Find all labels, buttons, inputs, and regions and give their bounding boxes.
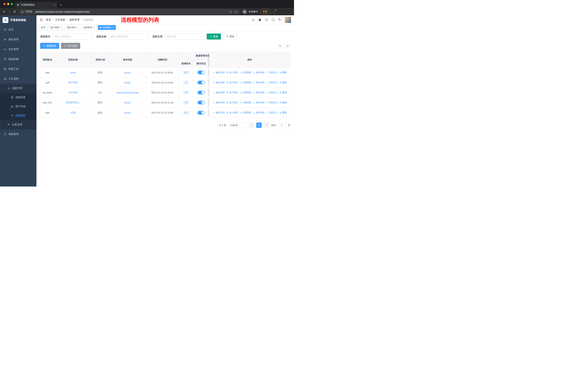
design-process-link[interactable]: 设计流程 — [226, 91, 238, 94]
process-definition-link[interactable]: 流程定义 — [266, 101, 278, 104]
assign-rule-link[interactable]: 分配规则 — [240, 111, 251, 114]
edit-process-link[interactable]: 修改流程 — [213, 81, 225, 84]
user-avatar[interactable] — [285, 17, 291, 23]
sidebar-item-process-management[interactable]: 流程管理 — [0, 84, 36, 93]
sidebar-item-user-group[interactable]: 用户分组 — [0, 102, 36, 111]
active-toggle[interactable] — [198, 101, 205, 104]
design-process-link[interactable]: 设计流程 — [226, 111, 238, 114]
edit-process-link[interactable]: 修改流程 — [213, 71, 225, 74]
process-definition-link[interactable]: 流程定义 — [266, 81, 278, 84]
tab-close-icon[interactable]: × — [54, 4, 55, 6]
prev-page-button[interactable]: ‹ — [249, 122, 254, 128]
process-name-link[interactable]: OA 请假 — [55, 88, 91, 98]
create-process-button[interactable]: 新建流程 — [40, 43, 59, 49]
tag-close-icon[interactable]: × — [93, 26, 94, 29]
page-number-button[interactable]: 1 — [256, 122, 262, 128]
browser-tab[interactable]: 芋道管理系统 × — [15, 2, 57, 8]
form-info-link[interactable]: /bpm/oa/leave/create — [110, 88, 146, 98]
delete-process-link[interactable]: 删除 — [279, 101, 287, 104]
process-name-input[interactable] — [108, 33, 148, 40]
process-definition-link[interactable]: 流程定义 — [266, 91, 278, 94]
active-toggle[interactable] — [198, 91, 205, 94]
process-key-input[interactable] — [52, 33, 92, 40]
forward-icon[interactable] — [8, 10, 11, 13]
sidebar-item-workflow[interactable]: 工作流程 — [0, 74, 36, 84]
update-button[interactable]: 更新 — [260, 9, 270, 14]
new-tab-button[interactable]: + — [60, 3, 62, 7]
process-name-link[interactable]: 测试多审批人 — [55, 98, 91, 108]
process-name-link[interactable]: 滔博 — [55, 108, 91, 118]
toggle-search-button[interactable] — [277, 43, 283, 49]
design-process-link[interactable]: 设计流程 — [226, 71, 238, 74]
breadcrumb-item-workflow[interactable]: 工作流程 — [51, 18, 65, 21]
sidebar-item-system-management[interactable]: 系统管理 — [0, 35, 36, 44]
process-definition-link[interactable]: 流程定义 — [266, 71, 278, 74]
breadcrumb-item-process-management[interactable]: 流程管理 — [65, 18, 79, 21]
tag-close-icon[interactable]: × — [60, 26, 62, 29]
breadcrumb-item-home[interactable]: 首页 — [46, 18, 51, 21]
publish-process-link[interactable]: 发布流程 — [253, 101, 265, 104]
design-process-link[interactable]: 设计流程 — [226, 81, 238, 84]
import-process-button[interactable]: 导入流程 — [61, 43, 80, 49]
form-info-link[interactable]: biubiu — [110, 68, 146, 78]
form-info-link[interactable]: biubiu — [110, 98, 146, 108]
password-key-icon[interactable] — [230, 10, 232, 13]
publish-process-link[interactable]: 发布流程 — [253, 91, 265, 94]
edit-process-link[interactable]: 修改流程 — [213, 91, 225, 94]
github-icon[interactable] — [258, 18, 262, 21]
browser-menu-icon[interactable]: ⋮ — [272, 10, 276, 13]
reload-icon[interactable] — [13, 10, 16, 13]
tag-close-icon[interactable]: × — [112, 26, 114, 29]
sidebar-item-home[interactable]: 首页 — [0, 25, 36, 35]
form-info-link[interactable]: biubiu — [110, 78, 146, 88]
publish-process-link[interactable]: 发布流程 — [253, 71, 265, 74]
sidebar-item-infrastructure[interactable]: 基础设施 — [0, 54, 36, 64]
process-name-link[interactable]: 自己审批 — [55, 78, 91, 88]
category-select[interactable]: 流程分类 — [164, 33, 205, 40]
delete-process-link[interactable]: 删除 — [279, 71, 287, 74]
sidebar-item-task-management[interactable]: 任务管理 — [0, 120, 36, 129]
page-size-select[interactable]: 10条/页 — [228, 122, 247, 128]
window-zoom-button[interactable] — [11, 3, 13, 5]
refresh-table-button[interactable] — [285, 43, 290, 49]
sidebar-item-leave-query[interactable]: 请假查询 — [0, 129, 36, 139]
reset-button[interactable]: 重置 — [223, 33, 237, 40]
assign-rule-link[interactable]: 分配规则 — [240, 91, 251, 94]
delete-process-link[interactable]: 删除 — [279, 91, 287, 94]
search-icon[interactable] — [252, 18, 255, 21]
edit-process-link[interactable]: 修改流程 — [213, 101, 225, 104]
bookmark-star-icon[interactable] — [235, 10, 238, 13]
sidebar-item-payment-management[interactable]: ¥ 支付管理 — [0, 44, 36, 54]
active-toggle[interactable] — [198, 111, 205, 115]
delete-process-link[interactable]: 删除 — [279, 111, 287, 114]
assign-rule-link[interactable]: 分配规则 — [240, 71, 251, 74]
tag-home[interactable]: 首页 — [39, 25, 47, 30]
font-size-icon[interactable] — [278, 18, 281, 21]
sidebar-item-process-model[interactable]: 流程模型 — [0, 111, 36, 120]
tag-process-form[interactable]: 流程表单 × — [81, 25, 97, 30]
help-icon[interactable] — [265, 18, 268, 21]
publish-process-link[interactable]: 发布流程 — [253, 111, 265, 114]
tag-my-process[interactable]: 我的流程 × — [65, 25, 80, 30]
publish-process-link[interactable]: 发布流程 — [253, 81, 265, 84]
assign-rule-link[interactable]: 分配规则 — [240, 101, 251, 104]
design-process-link[interactable]: 设计流程 — [226, 101, 238, 104]
edit-process-link[interactable]: 修改流程 — [213, 111, 225, 114]
delete-process-link[interactable]: 删除 — [279, 81, 287, 84]
tag-tenant-management[interactable]: 租户管理 × — [49, 25, 64, 30]
back-icon[interactable] — [2, 10, 6, 13]
hamburger-icon[interactable] — [39, 18, 43, 22]
window-close-button[interactable] — [3, 3, 6, 5]
fullscreen-icon[interactable] — [272, 18, 275, 21]
active-toggle[interactable] — [198, 71, 205, 74]
tag-close-icon[interactable]: × — [77, 26, 78, 29]
url-text[interactable]: dashboard.yudao.iocoder.cn/bpm/manager/m… — [35, 10, 228, 13]
url-bar[interactable]: 不安全 dashboard.yudao.iocoder.cn/bpm/manag… — [18, 9, 240, 14]
goto-page-input[interactable] — [278, 122, 286, 128]
assign-rule-link[interactable]: 分配规则 — [240, 81, 251, 84]
security-warning-icon[interactable] — [21, 10, 24, 13]
process-name-link[interactable]: eeee — [55, 68, 91, 78]
app-logo[interactable]: 芋道管理系统 — [0, 15, 36, 25]
next-page-button[interactable]: › — [264, 122, 269, 128]
window-minimize-button[interactable] — [7, 3, 9, 5]
